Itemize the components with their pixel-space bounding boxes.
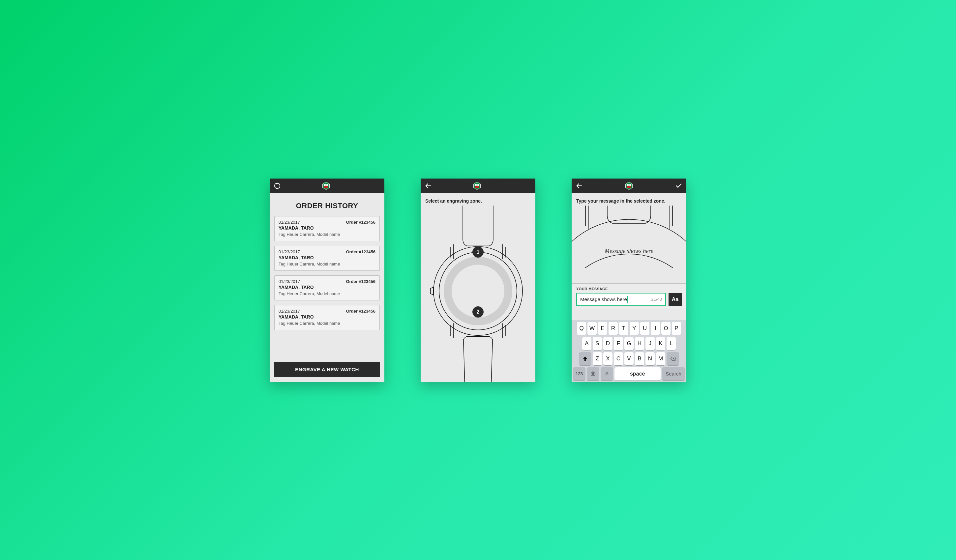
svg-text:TAG: TAG (476, 184, 478, 185)
watch-back-illustration: 1 2 (421, 205, 535, 382)
order-date: 01/23/2017 (278, 249, 300, 254)
backspace-key[interactable] (667, 352, 679, 365)
order-product: Tag Heuer Carrera, Model name (278, 291, 376, 296)
mockup-stage: TAG ORDER HISTORY 01/23/2017 Order #1234… (243, 159, 713, 402)
key-u[interactable]: U (640, 322, 649, 335)
key-i[interactable]: I (651, 322, 660, 335)
key-l[interactable]: L (667, 337, 676, 350)
svg-marker-15 (627, 186, 631, 188)
screen-type-message: TAG Type your message in the selected zo… (572, 179, 686, 382)
brand-logo: TAG (625, 182, 633, 190)
order-product: Tag Heuer Carrera, Model name (278, 232, 376, 237)
key-b[interactable]: B (635, 352, 644, 365)
key-a[interactable]: A (582, 337, 591, 350)
confirm-icon[interactable] (675, 182, 682, 190)
order-product: Tag Heuer Carrera, Model name (278, 262, 376, 267)
key-w[interactable]: W (587, 322, 597, 335)
key-c[interactable]: C (614, 352, 623, 365)
message-form: YOUR MESSAGE Message shows here 21/40 Aa (572, 283, 686, 309)
space-key[interactable]: space (615, 367, 660, 380)
key-x[interactable]: X (603, 352, 613, 365)
page-title: ORDER HISTORY (274, 202, 380, 210)
key-h[interactable]: H (635, 337, 644, 350)
key-f[interactable]: F (614, 337, 623, 350)
key-g[interactable]: G (624, 337, 634, 350)
order-card[interactable]: 01/23/2017 Order #123456 YAMADA, TARO Ta… (274, 246, 380, 271)
key-z[interactable]: Z (593, 352, 602, 365)
message-field-label: YOUR MESSAGE (576, 287, 682, 291)
order-card[interactable]: 01/23/2017 Order #123456 YAMADA, TARO Ta… (274, 305, 380, 330)
key-y[interactable]: Y (630, 322, 639, 335)
search-key[interactable]: Search (662, 367, 685, 380)
order-number: Order #123456 (346, 249, 376, 254)
order-card[interactable]: 01/23/2017 Order #123456 YAMADA, TARO Ta… (274, 216, 380, 241)
svg-text:TAG: TAG (325, 184, 327, 185)
app-bar: TAG (572, 179, 686, 193)
appbar-spacer (522, 181, 531, 190)
key-o[interactable]: O (661, 322, 670, 335)
instruction-text: Type your message in the selected zone. (572, 193, 686, 205)
engraving-zone-2[interactable]: 2 (472, 306, 484, 318)
message-input-value: Message shows here (580, 296, 627, 302)
key-r[interactable]: R (609, 322, 618, 335)
order-card[interactable]: 01/23/2017 Order #123456 YAMADA, TARO Ta… (274, 275, 380, 300)
numbers-key[interactable]: 123 (573, 367, 585, 380)
key-d[interactable]: D (603, 337, 613, 350)
order-date: 01/23/2017 (278, 279, 300, 284)
refresh-icon[interactable] (274, 182, 281, 190)
key-q[interactable]: Q (577, 322, 586, 335)
order-number: Order #123456 (346, 309, 376, 314)
order-date: 01/23/2017 (278, 220, 300, 225)
appbar-spacer (371, 181, 381, 190)
order-number: Order #123456 (346, 279, 376, 284)
font-style-button[interactable]: Aa (668, 293, 682, 306)
key-k[interactable]: K (656, 337, 665, 350)
app-bar: TAG (270, 179, 384, 193)
screen-order-history: TAG ORDER HISTORY 01/23/2017 Order #1234… (270, 179, 384, 382)
key-m[interactable]: M (656, 352, 665, 365)
text-caret (627, 296, 628, 303)
key-j[interactable]: J (645, 337, 655, 350)
app-bar: TAG (421, 179, 535, 193)
svg-point-0 (275, 183, 280, 188)
engraving-preview-text: Message shows here (572, 248, 686, 255)
globe-key[interactable] (587, 367, 599, 380)
order-customer: YAMADA, TARO (278, 255, 376, 260)
mic-key[interactable] (601, 367, 613, 380)
back-icon[interactable] (575, 182, 583, 190)
order-customer: YAMADA, TARO (278, 285, 376, 290)
key-p[interactable]: P (672, 322, 681, 335)
back-icon[interactable] (425, 182, 432, 190)
svg-marker-4 (324, 186, 328, 188)
order-product: Tag Heuer Carrera, Model name (278, 321, 376, 326)
key-s[interactable]: S (593, 337, 602, 350)
message-input[interactable]: Message shows here 21/40 (576, 293, 666, 306)
svg-marker-8 (475, 186, 479, 188)
order-date: 01/23/2017 (278, 309, 300, 314)
key-n[interactable]: N (645, 352, 655, 365)
shift-key[interactable] (579, 352, 591, 365)
engrave-new-button[interactable]: ENGRAVE A NEW WATCH (274, 362, 380, 377)
brand-logo: TAG (322, 182, 330, 190)
engraving-zone-1[interactable]: 1 (472, 246, 484, 257)
order-customer: YAMADA, TARO (278, 314, 376, 320)
brand-logo: TAG (473, 182, 481, 190)
soft-keyboard: Q W E R T Y U I O P A S D F G H (572, 320, 686, 382)
instruction-text: Select an engraving zone. (421, 193, 535, 205)
watch-zoom-illustration: Message shows here (572, 205, 686, 283)
char-counter: 21/40 (651, 297, 662, 302)
order-customer: YAMADA, TARO (278, 225, 376, 231)
screen-select-zone: TAG Select an engraving zone. (421, 179, 535, 382)
key-v[interactable]: V (624, 352, 634, 365)
key-t[interactable]: T (619, 322, 628, 335)
key-e[interactable]: E (598, 322, 607, 335)
order-number: Order #123456 (346, 220, 376, 225)
svg-text:TAG: TAG (628, 184, 630, 185)
svg-rect-18 (606, 372, 608, 374)
